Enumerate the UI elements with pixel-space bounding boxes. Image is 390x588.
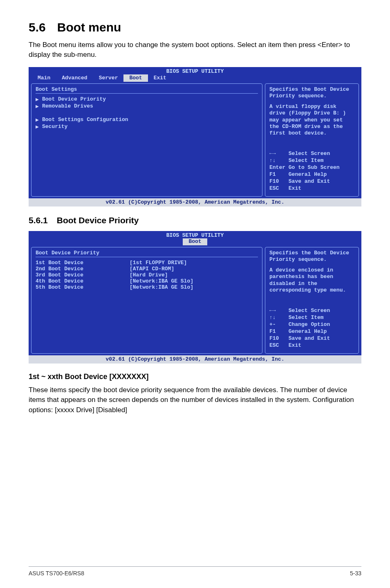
bios-help-panel: Specifies the Boot Device Priority seque… xyxy=(265,247,359,354)
bios-row-2nd-boot[interactable]: 2nd Boot Device[ATAPI CD-ROM] xyxy=(36,266,258,272)
bios-left-panel: Boot Settings ▶Boot Device Priority ▶Rem… xyxy=(31,83,262,197)
nav-f1: F1 General Help xyxy=(269,328,354,335)
row-label: 5th Boot Device xyxy=(36,284,130,290)
bios-help-text-1: Specifies the Boot Device Priority seque… xyxy=(269,86,354,100)
row-value: [Network:IBA GE Slo] xyxy=(130,278,193,284)
nav-enter: Enter Go to Sub Screen xyxy=(269,164,354,171)
section-title-text: Boot menu xyxy=(57,20,121,34)
bios-tab-boot[interactable]: Boot xyxy=(123,74,148,82)
section-heading: 5.6Boot menu xyxy=(29,20,361,34)
nav-select-item: ↑↓ Select Item xyxy=(269,157,354,164)
bios-screen-boot-menu: BIOS SETUP UTILITY Main Advanced Server … xyxy=(29,67,361,206)
section-intro: The Boot menu items allow you to change … xyxy=(29,40,361,60)
nav-esc: ESC Exit xyxy=(269,185,354,192)
triangle-icon: ▶ xyxy=(36,123,42,130)
bios-tab-bar: Boot xyxy=(29,238,361,247)
subsection-title-text: Boot Device Priority xyxy=(57,215,139,225)
nav-f10: F10 Save and Exit xyxy=(269,335,354,342)
bios-left-panel: Boot Device Priority 1st Boot Device[1st… xyxy=(31,247,262,354)
row-value: [Hard Drive] xyxy=(130,272,168,278)
bios-nav-keys: ←→ Select Screen ↑↓ Select Item +- Chang… xyxy=(269,307,354,349)
bios-help-text-1: Specifies the Boot Device Priority seque… xyxy=(269,250,354,263)
bios-tab-main[interactable]: Main xyxy=(32,74,56,82)
row-value: [Network:IBA GE Slo] xyxy=(130,284,193,290)
bios-spacer xyxy=(36,110,258,116)
bios-title: BIOS SETUP UTILITY xyxy=(29,67,361,74)
page-footer: ASUS TS700-E6/RS8 5-33 xyxy=(29,566,361,577)
subsection-number: 5.6.1 xyxy=(29,215,48,225)
bios-help-panel: Specifies the Boot Device Priority seque… xyxy=(265,83,359,197)
triangle-icon: ▶ xyxy=(36,117,42,123)
row-label: 3rd Boot Device xyxy=(36,272,130,278)
row-value: [1st FLOPPY DRIVE] xyxy=(130,260,187,266)
bios-screen-boot-device-priority: BIOS SETUP UTILITY Boot Boot Device Prio… xyxy=(29,231,361,364)
bios-item-boot-settings-config[interactable]: ▶Boot Settings Configuration xyxy=(36,117,258,123)
bios-item-removable-drives[interactable]: ▶Removable Drives xyxy=(36,103,258,110)
nav-f10: F10 Save and Exit xyxy=(269,178,354,185)
item-description: These items specify the boot device prio… xyxy=(29,385,361,415)
bios-row-1st-boot[interactable]: 1st Boot Device[1st FLOPPY DRIVE] xyxy=(36,260,258,266)
nav-change-option: +- Change Option xyxy=(269,321,354,328)
section-number: 5.6 xyxy=(29,20,46,34)
bios-help-text-2: A virtual floppy disk drive (Floppy Driv… xyxy=(269,103,354,137)
triangle-icon: ▶ xyxy=(36,96,42,103)
bios-row-5th-boot[interactable]: 5th Boot Device[Network:IBA GE Slo] xyxy=(36,284,258,290)
row-value: [ATAPI CD-ROM] xyxy=(130,266,174,272)
bios-help-text-2: A device enclosed in parenthesis has bee… xyxy=(269,267,354,294)
bios-item-security[interactable]: ▶Security xyxy=(36,123,258,130)
bios-group-title: Boot Device Priority xyxy=(36,250,258,257)
bios-row-4th-boot[interactable]: 4th Boot Device[Network:IBA GE Slo] xyxy=(36,278,258,284)
row-label: 4th Boot Device xyxy=(36,278,130,284)
bios-nav-keys: ←→ Select Screen ↑↓ Select Item Enter Go… xyxy=(269,150,354,192)
bios-copyright-footer: v02.61 (C)Copyright 1985-2008, American … xyxy=(29,198,361,206)
nav-select-screen: ←→ Select Screen xyxy=(269,150,354,157)
bios-tab-bar: Main Advanced Server Boot Exit xyxy=(29,74,361,83)
bios-title: BIOS SETUP UTILITY xyxy=(29,231,361,238)
bios-tab-advanced[interactable]: Advanced xyxy=(56,74,93,82)
footer-left: ASUS TS700-E6/RS8 xyxy=(29,570,84,577)
footer-right: 5-33 xyxy=(350,570,361,577)
triangle-icon: ▶ xyxy=(36,103,42,110)
nav-select-screen: ←→ Select Screen xyxy=(269,307,354,314)
bios-tab-server[interactable]: Server xyxy=(93,74,124,82)
bios-copyright-footer: v02.61 (C)Copyright 1985-2008, American … xyxy=(29,355,361,364)
bios-row-3rd-boot[interactable]: 3rd Boot Device[Hard Drive] xyxy=(36,272,258,278)
bios-tab-boot[interactable]: Boot xyxy=(183,238,207,245)
nav-select-item: ↑↓ Select Item xyxy=(269,314,354,321)
nav-f1: F1 General Help xyxy=(269,171,354,178)
nav-esc: ESC Exit xyxy=(269,342,354,349)
row-label: 2nd Boot Device xyxy=(36,266,130,272)
row-label: 1st Boot Device xyxy=(36,260,130,266)
bios-item-boot-device-priority[interactable]: ▶Boot Device Priority xyxy=(36,96,258,103)
bios-group-title: Boot Settings xyxy=(36,86,258,94)
subsection-heading: 5.6.1Boot Device Priority xyxy=(29,215,361,225)
bios-tab-exit[interactable]: Exit xyxy=(148,74,172,82)
item-heading: 1st ~ xxth Boot Device [XXXXXXX] xyxy=(29,373,361,381)
